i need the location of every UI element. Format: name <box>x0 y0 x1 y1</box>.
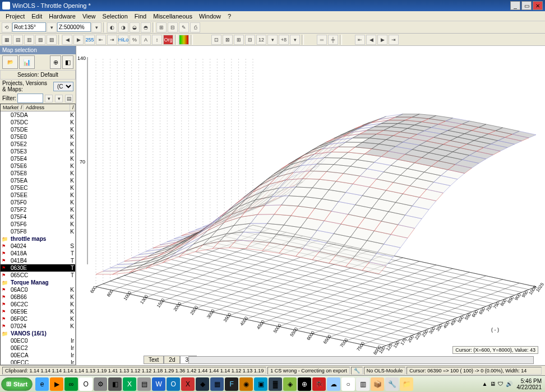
horizontal-scrollbar[interactable] <box>188 356 534 364</box>
tree-row[interactable]: 075F8K <box>1 228 75 235</box>
filter-input[interactable] <box>17 94 43 103</box>
taskbar-icon[interactable]: F <box>225 377 238 391</box>
tool-btn[interactable]: ◑ <box>118 22 128 32</box>
taskbar-icon[interactable]: ▶ <box>50 377 63 391</box>
menu-?[interactable]: ? <box>224 13 234 20</box>
open-folder-button[interactable]: 📂 <box>2 55 18 69</box>
tree-row[interactable]: ⚑0418AT <box>1 250 75 257</box>
tree-row[interactable]: 075DAK <box>1 111 75 119</box>
tool-btn[interactable]: A <box>141 35 151 45</box>
tree-row[interactable]: ⚑06F0CK <box>1 315 75 323</box>
tool-btn[interactable]: ⊟ <box>168 22 178 32</box>
tree-row[interactable]: 00EC2Ir <box>1 344 75 352</box>
tray-icon[interactable]: ▲ <box>482 381 488 387</box>
sidebar-tool-button[interactable]: ◧ <box>62 55 73 69</box>
system-tray[interactable]: ▲ 🖥 🛡 🔊 5:46 PM 4/22/2021 <box>482 378 544 390</box>
taskbar-icon[interactable]: X <box>181 377 195 391</box>
tool-btn[interactable]: ▥ <box>24 35 34 45</box>
taskbar-icon[interactable]: ⚙ <box>94 377 107 391</box>
tool-btn[interactable]: ⊞ <box>234 35 244 45</box>
tree-row[interactable]: 📁VANOS (16/1) <box>1 330 75 337</box>
menu-hardware[interactable]: Hardware <box>45 13 79 20</box>
taskbar-icon[interactable]: ◉ <box>239 377 253 391</box>
taskbar-icon[interactable]: ☁ <box>327 377 340 391</box>
tree-row[interactable]: 00EC0Ir <box>1 337 75 344</box>
tab-2d[interactable]: 2d <box>164 356 180 364</box>
tree-row[interactable]: 075E8K <box>1 170 75 177</box>
tray-icon[interactable]: 🔊 <box>506 381 512 387</box>
tree-row[interactable]: 075E6K <box>1 162 75 170</box>
tree-row[interactable]: ⚑07024K <box>1 323 75 330</box>
menu-view[interactable]: View <box>79 13 99 20</box>
tool-btn[interactable]: % <box>130 35 140 45</box>
taskbar-icon[interactable]: X <box>123 377 136 391</box>
tree-row[interactable]: 075F2K <box>1 206 75 213</box>
taskbar-icon[interactable]: ▣ <box>254 377 267 391</box>
menu-edit[interactable]: Edit <box>28 13 45 20</box>
tool-btn[interactable]: ⊠ <box>223 35 233 45</box>
tree-row[interactable]: 075EEK <box>1 192 75 199</box>
pvm-select[interactable]: (Ctrl <box>53 82 73 91</box>
start-button[interactable]: ⊞Start <box>1 377 33 391</box>
tab-text[interactable]: Text <box>144 356 164 364</box>
taskbar-icon[interactable]: ▦ <box>210 377 224 391</box>
filter-btn[interactable]: ▾ <box>55 95 63 102</box>
tray-icon[interactable]: 🖥 <box>490 381 496 387</box>
taskbar-icon[interactable]: e <box>35 377 49 391</box>
tree-row[interactable]: 075F6K <box>1 221 75 228</box>
tool-btn[interactable]: ▾ <box>267 35 278 45</box>
tree-row[interactable]: 075ECK <box>1 184 75 192</box>
maximize-button[interactable]: ▭ <box>521 1 532 10</box>
tool-btn[interactable]: ◓ <box>141 22 151 32</box>
tree-row[interactable]: 075E0K <box>1 133 75 141</box>
tool-btn[interactable]: Org <box>163 35 173 45</box>
tree-row[interactable]: ⚑04024S <box>1 242 75 250</box>
tool-btn[interactable]: ⇤ <box>96 35 106 45</box>
tool-btn[interactable]: ⟲ <box>2 22 12 32</box>
minimize-button[interactable]: _ <box>510 1 520 10</box>
tool-btn[interactable]: ✎ <box>179 22 189 32</box>
taskbar-icon[interactable]: 📦 <box>371 377 384 391</box>
taskbar-icon[interactable]: 🐞 <box>312 377 326 391</box>
tool-btn[interactable]: ⊟ <box>245 35 255 45</box>
tree-row[interactable]: 00ECAIr <box>1 352 75 359</box>
taskbar-icon[interactable]: ⊕ <box>298 377 311 391</box>
tool-btn[interactable]: ◀ <box>366 35 376 45</box>
tool-btn[interactable]: ⊡ <box>211 35 221 45</box>
tool-btn[interactable]: ▨ <box>47 35 57 45</box>
3d-viewport[interactable]: 140 70 600800100013001500200025003000350… <box>76 46 545 365</box>
taskbar-icon[interactable]: ○ <box>341 377 355 391</box>
tree-row[interactable]: 075F4K <box>1 213 75 221</box>
tool-btn[interactable]: ▾ <box>91 22 101 32</box>
tool-btn[interactable]: ⎙ <box>190 22 200 32</box>
tool-btn[interactable]: ⇥ <box>107 35 117 45</box>
taskbar-icon[interactable]: ◆ <box>196 377 209 391</box>
taskbar-icon[interactable]: O <box>79 377 93 391</box>
tree-row[interactable]: ⚑0630ET <box>1 264 75 272</box>
tree-row[interactable]: ⚑065CCT <box>1 272 75 279</box>
taskbar-icon[interactable]: 📁 <box>400 377 413 391</box>
clock[interactable]: 5:46 PM 4/22/2021 <box>515 378 544 390</box>
map-tree[interactable]: Marker / Address / 075DAK075DCK075DEK075… <box>0 104 76 365</box>
tool-btn[interactable]: 255 <box>85 35 95 45</box>
tool-btn[interactable]: ⇤ <box>355 35 365 45</box>
tree-row[interactable]: 075F0K <box>1 199 75 206</box>
tool-btn[interactable]: 12 <box>256 35 266 45</box>
tool-btn[interactable]: ▾ <box>290 35 300 45</box>
taskbar-icon[interactable]: ∞ <box>64 377 78 391</box>
taskbar-icon[interactable]: ◈ <box>283 377 297 391</box>
tool-btn[interactable]: ▤ <box>13 35 23 45</box>
taskbar-icon[interactable]: ◧ <box>108 377 122 391</box>
sidebar-tool-button[interactable]: ⊕ <box>50 55 61 69</box>
tree-row[interactable]: ⚑06C2CK <box>1 301 75 308</box>
tree-row[interactable]: 075E4K <box>1 155 75 162</box>
taskbar-icon[interactable]: ▓ <box>269 377 282 391</box>
taskbar-icon[interactable]: ▤ <box>137 377 151 391</box>
taskbar-icon[interactable]: ▥ <box>356 377 370 391</box>
zoom-input[interactable] <box>57 22 91 32</box>
tool-btn[interactable]: HiLo <box>118 35 128 45</box>
tool-btn[interactable]: ▦ <box>2 35 12 45</box>
tool-btn[interactable]: ▾ <box>47 22 57 32</box>
tool-btn[interactable]: ↕ <box>152 35 162 45</box>
tree-header[interactable]: Marker / Address / <box>1 104 75 111</box>
